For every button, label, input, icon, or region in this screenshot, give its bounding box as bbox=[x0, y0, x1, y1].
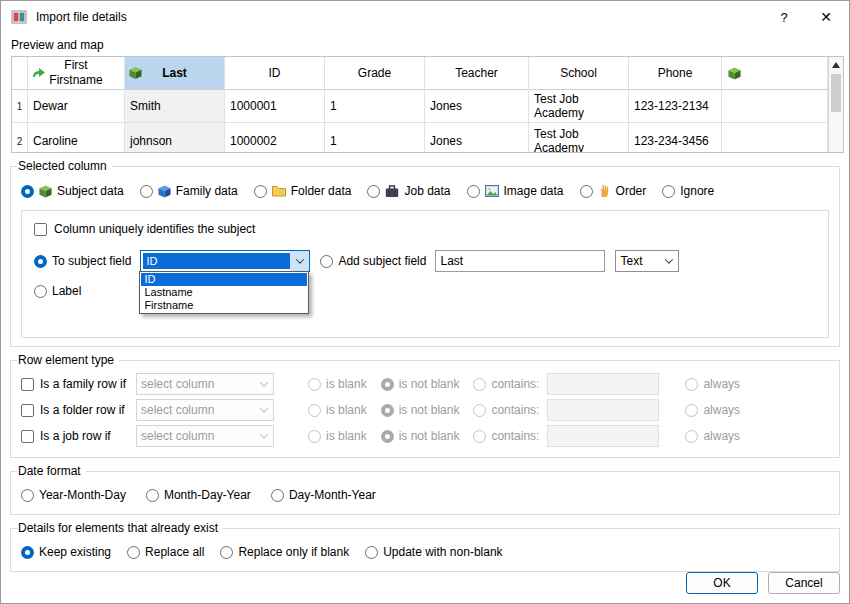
update-with-non-blank-option[interactable]: Update with non-blank bbox=[365, 545, 502, 559]
add-subject-field-label: Add subject field bbox=[338, 254, 426, 268]
folder-is-not-blank-radio bbox=[381, 404, 394, 417]
folder-yellow-icon bbox=[272, 185, 286, 197]
chevron-down-icon bbox=[259, 378, 267, 386]
column-header-extra[interactable] bbox=[722, 57, 828, 90]
column-header-phone[interactable]: Phone bbox=[629, 57, 722, 90]
keep-existing-option[interactable]: Keep existing bbox=[21, 545, 111, 559]
folder-contains-radio bbox=[473, 404, 486, 417]
subject-field-combo-wrap: ID ID Lastname Firstname bbox=[140, 250, 310, 272]
cancel-button[interactable]: Cancel bbox=[768, 572, 840, 594]
column-header-last[interactable]: Last bbox=[125, 57, 225, 90]
to-subject-field-label: To subject field bbox=[52, 254, 131, 268]
column-header-school[interactable]: School bbox=[529, 57, 629, 90]
dropdown-option-lastname[interactable]: Lastname bbox=[141, 286, 307, 299]
close-button[interactable]: ✕ bbox=[805, 2, 847, 33]
table-cell: johnson bbox=[125, 123, 225, 153]
scrollbar-thumb[interactable] bbox=[831, 74, 841, 112]
column-header-firstname[interactable]: First Firstname bbox=[28, 57, 125, 90]
unique-identifier-checkbox[interactable] bbox=[34, 223, 47, 236]
table-cell: 1 bbox=[325, 123, 425, 153]
family-cube-blue-icon bbox=[158, 185, 171, 198]
preview-table: First Firstname Last ID Grade Teacher Sc… bbox=[11, 56, 844, 153]
subject-cube-green-icon bbox=[728, 67, 741, 80]
replace-all-option[interactable]: Replace all bbox=[127, 545, 204, 559]
help-button[interactable]: ? bbox=[763, 2, 805, 33]
job-data-option[interactable]: Job data bbox=[367, 184, 450, 198]
dropdown-option-id[interactable]: ID bbox=[141, 273, 307, 286]
folder-data-option[interactable]: Folder data bbox=[254, 184, 352, 198]
table-cell: 123-123-2134 bbox=[629, 90, 722, 123]
column-header-id[interactable]: ID bbox=[225, 57, 325, 90]
order-radio[interactable] bbox=[580, 185, 593, 198]
add-subject-field-radio[interactable] bbox=[320, 255, 333, 268]
family-contains-radio bbox=[473, 378, 486, 391]
column-header-grade[interactable]: Grade bbox=[325, 57, 425, 90]
field-type-combobox[interactable]: Text bbox=[615, 250, 679, 272]
to-subject-field-radio[interactable] bbox=[34, 255, 47, 268]
job-row-condition: Is a job row if select column is blank i… bbox=[21, 423, 829, 449]
column-header-teacher[interactable]: Teacher bbox=[425, 57, 529, 90]
table-scrollbar[interactable] bbox=[828, 57, 843, 152]
folder-always-radio bbox=[685, 404, 698, 417]
ok-button[interactable]: OK bbox=[686, 572, 758, 594]
scrollbar-up-icon bbox=[832, 62, 840, 68]
label-option[interactable]: Label bbox=[34, 284, 81, 298]
family-data-radio[interactable] bbox=[140, 185, 153, 198]
chevron-down-icon bbox=[259, 404, 267, 412]
month-day-year-radio[interactable] bbox=[146, 489, 159, 502]
subject-data-radio[interactable] bbox=[21, 185, 34, 198]
add-field-name-input[interactable] bbox=[435, 250, 605, 272]
folder-row-condition: Is a folder row if select column is blan… bbox=[21, 397, 829, 423]
is-a-job-row-checkbox[interactable] bbox=[21, 430, 34, 443]
folder-data-radio[interactable] bbox=[254, 185, 267, 198]
is-a-job-row-option[interactable]: Is a job row if bbox=[21, 429, 128, 443]
keep-existing-radio[interactable] bbox=[21, 546, 34, 559]
row-element-type-legend: Row element type bbox=[17, 353, 119, 367]
year-month-day-option[interactable]: Year-Month-Day bbox=[21, 488, 126, 502]
is-a-family-row-checkbox[interactable] bbox=[21, 378, 34, 391]
table-cell: Jones bbox=[425, 123, 529, 153]
unique-checkbox-row: Column uniquely identifies the subject bbox=[34, 220, 816, 238]
preview-table-grid: First Firstname Last ID Grade Teacher Sc… bbox=[12, 57, 828, 153]
subject-field-combobox[interactable]: ID bbox=[140, 250, 310, 272]
label-radio[interactable] bbox=[34, 285, 47, 298]
to-subject-field-option[interactable]: To subject field bbox=[34, 254, 131, 268]
image-data-radio[interactable] bbox=[467, 185, 480, 198]
family-data-option[interactable]: Family data bbox=[140, 184, 238, 198]
order-option[interactable]: Order bbox=[580, 184, 647, 198]
table-cell: Dewar bbox=[28, 90, 125, 123]
job-always-radio bbox=[685, 430, 698, 443]
day-month-year-option[interactable]: Day-Month-Year bbox=[271, 488, 376, 502]
subject-cube-green-icon bbox=[39, 185, 52, 198]
subject-data-label: Subject data bbox=[57, 184, 124, 198]
subject-data-option[interactable]: Subject data bbox=[21, 184, 124, 198]
replace-all-radio[interactable] bbox=[127, 546, 140, 559]
row-element-type-group: Row element type Is a family row if sele… bbox=[10, 353, 840, 458]
update-with-non-blank-radio[interactable] bbox=[365, 546, 378, 559]
ignore-option[interactable]: Ignore bbox=[662, 184, 714, 198]
combo-arrow-zone[interactable] bbox=[290, 251, 309, 271]
add-subject-field-option[interactable]: Add subject field bbox=[320, 254, 426, 268]
existing-details-options: Keep existing Replace all Replace only i… bbox=[21, 541, 829, 563]
scrollbar-up-button[interactable] bbox=[829, 57, 843, 73]
is-a-folder-row-checkbox[interactable] bbox=[21, 404, 34, 417]
image-data-option[interactable]: Image data bbox=[467, 184, 564, 198]
combo-arrow-zone[interactable] bbox=[659, 251, 678, 271]
month-day-year-option[interactable]: Month-Day-Year bbox=[146, 488, 251, 502]
day-month-year-radio[interactable] bbox=[271, 489, 284, 502]
is-a-folder-row-option[interactable]: Is a folder row if bbox=[21, 403, 128, 417]
is-a-family-row-option[interactable]: Is a family row if bbox=[21, 377, 128, 391]
is-a-folder-row-label: Is a folder row if bbox=[40, 403, 125, 417]
table-corner-cell bbox=[12, 57, 28, 90]
chevron-down-icon bbox=[665, 255, 673, 263]
replace-only-if-blank-radio[interactable] bbox=[220, 546, 233, 559]
table-cell: 1000001 bbox=[225, 90, 325, 123]
folder-contains-input bbox=[547, 399, 659, 421]
dropdown-option-firstname[interactable]: Firstname bbox=[141, 299, 307, 312]
date-format-options: Year-Month-Day Month-Day-Year Day-Month-… bbox=[21, 484, 829, 506]
job-data-radio[interactable] bbox=[367, 185, 380, 198]
ignore-radio[interactable] bbox=[662, 185, 675, 198]
table-cell: Test Job Academy bbox=[529, 123, 629, 153]
year-month-day-radio[interactable] bbox=[21, 489, 34, 502]
replace-only-if-blank-option[interactable]: Replace only if blank bbox=[220, 545, 349, 559]
